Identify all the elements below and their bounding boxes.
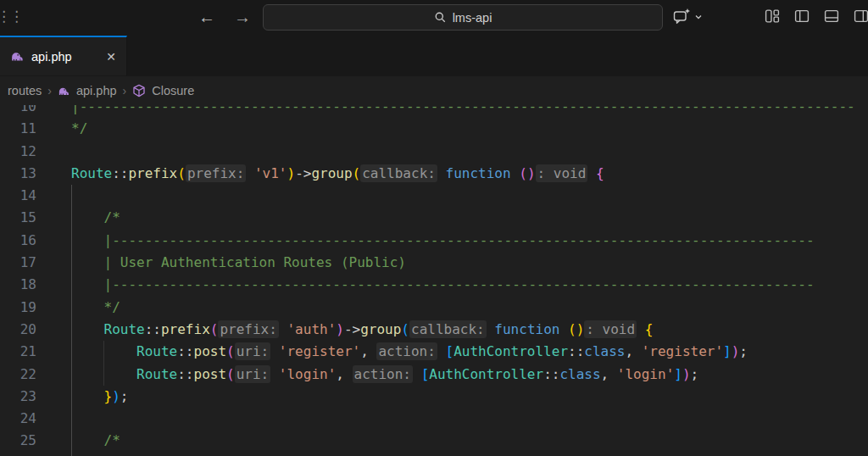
code-line[interactable]: 14 [0,185,868,207]
code-token: , [625,343,641,359]
code-token: class [584,343,625,359]
code-token: () [519,165,535,181]
code-token [511,165,520,181]
php-icon [58,85,70,97]
code-token [71,276,104,292]
code-token: ] [674,366,682,382]
code-token: Route [104,321,145,337]
toggle-primary-sidebar-icon[interactable] [794,8,810,24]
code-token [559,321,568,337]
nav-back-icon[interactable]: ← [198,6,215,28]
code-token: 'register' [642,343,723,359]
nav-forward-icon[interactable]: → [234,6,251,28]
line-number: 15 [0,207,36,229]
tab-bar: api.php ✕ [0,36,868,77]
code-token: prefix [128,165,177,181]
code-line[interactable]: 17 | User Authentication Routes (Public) [0,252,868,274]
code-token: */ [104,299,120,315]
command-center-search[interactable]: lms-api [263,4,663,31]
code-token [71,209,104,225]
code-line[interactable]: 10|-------------------------------------… [0,105,868,118]
line-number: 18 [0,274,36,296]
code-token: prefix [161,321,210,337]
code-token [246,165,254,181]
code-token: 'register' [279,343,360,359]
code-token: function [446,165,511,181]
tab-label: api.php [31,50,72,64]
menu-icon[interactable]: ⋮⋮ [0,8,22,25]
code-token [71,254,104,270]
line-number: 14 [0,185,36,207]
copilot-chat-icon [671,7,692,27]
code-token: |---------------------------------------… [104,232,815,248]
code-line[interactable]: 21 Route::post(uri: 'register', action: … [0,341,868,363]
line-number: 16 [0,230,36,252]
line-number: 17 [0,252,36,274]
code-token: Route [136,343,177,359]
customize-layout-icon[interactable] [765,8,780,24]
code-token: ; [739,343,748,359]
code-token: ( [353,165,361,181]
code-token [437,343,446,359]
code-token: ; [120,388,129,404]
title-bar: ⋮⋮ ← → lms-api [0,0,868,36]
php-icon [10,49,25,64]
line-number: 12 [0,141,36,163]
line-number: 19 [0,297,36,319]
inlay-hint: : void [584,320,637,338]
copilot-chat-button[interactable] [671,7,703,27]
inlay-hint: action: [376,342,437,360]
inlay-hint: callback: [360,164,437,182]
code-line[interactable]: 13Route::prefix(prefix: 'v1')->group(cal… [0,163,868,185]
breadcrumb-item-routes[interactable]: routes [8,84,42,97]
code-line[interactable]: 20 Route::prefix(prefix: 'auth')->group(… [0,319,868,341]
code-token: post [194,366,227,382]
inlay-hint: action: [353,365,413,383]
code-token: :: [543,366,559,382]
code-editor[interactable]: 10|-------------------------------------… [0,105,868,456]
toggle-panel-icon[interactable] [824,8,839,24]
chevron-down-icon [694,13,703,21]
code-line[interactable]: 18 |------------------------------------… [0,274,868,296]
breadcrumb-item-file[interactable]: api.php [76,84,117,97]
code-token [71,388,104,404]
code-token: -> [295,165,311,181]
code-token [71,232,104,248]
breadcrumb-separator: › [47,84,52,97]
code-line[interactable]: 23 }); [0,386,868,408]
code-line[interactable]: 24 [0,408,868,430]
code-token: ( [210,321,219,337]
code-token: :: [145,321,161,337]
inlay-hint: uri: [235,365,271,383]
code-token: ) [112,388,120,404]
code-line[interactable]: 15 /* [0,207,868,229]
code-line[interactable]: 25 /* [0,430,868,452]
namespace-cube-icon [132,84,146,97]
code-token: :: [568,343,584,359]
code-token: ( [226,343,235,359]
tab-api-php[interactable]: api.php ✕ [0,36,127,75]
code-token [437,165,446,181]
code-token: | User Authentication Routes (Public) [104,254,406,270]
code-token: group [311,165,352,181]
inlay-hint: prefix: [186,164,246,182]
code-line[interactable]: 11*/ [0,118,868,140]
code-line[interactable]: 12 [0,141,868,163]
toggle-secondary-sidebar-icon[interactable] [854,8,868,24]
code-line[interactable]: 22 Route::post(uri: 'login', action: [Au… [0,364,868,386]
line-number: 22 [0,364,36,386]
code-line[interactable]: 16 |------------------------------------… [0,230,868,252]
code-line[interactable]: 19 */ [0,297,868,319]
code-token: 'v1' [254,165,287,181]
breadcrumb-item-symbol[interactable]: Closure [152,84,194,97]
code-token: ) [732,343,740,359]
code-token [270,366,279,382]
code-token: ) [287,165,295,181]
code-token: AuthController [453,343,568,359]
layout-controls [765,8,868,24]
close-tab-icon[interactable]: ✕ [106,50,116,64]
code-token: post [194,343,227,359]
code-token [71,432,104,448]
code-token: ( [226,366,235,382]
inlay-hint: : void [536,164,588,182]
